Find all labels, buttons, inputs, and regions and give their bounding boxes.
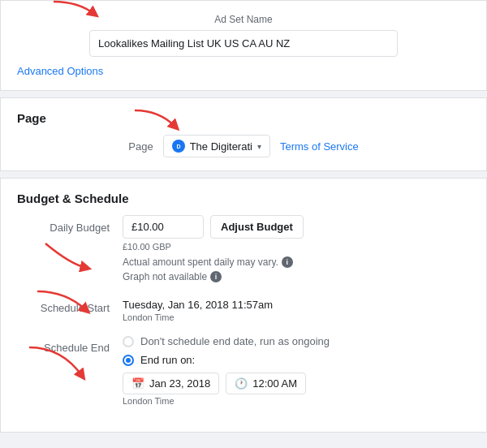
schedule-start-value: Tuesday, Jan 16, 2018 11:57am xyxy=(123,295,470,311)
radio-no-end-label: Don't schedule end date, run as ongoing xyxy=(140,335,330,347)
calendar-icon: 📅 xyxy=(131,377,144,390)
ad-set-name-section: Ad Set Name Advanced Options xyxy=(0,0,487,91)
page-name-label: The Digiterati xyxy=(190,140,252,153)
radio-end-run-icon xyxy=(123,355,134,366)
graph-not-available-note: Graph not available i xyxy=(123,271,470,282)
schedule-end-row: Schedule End Don't schedule end date, ru… xyxy=(17,335,470,406)
ad-set-name-input[interactable] xyxy=(89,30,398,57)
graph-info-icon[interactable]: i xyxy=(210,271,222,282)
end-time-value: 12:00 AM xyxy=(252,377,297,390)
actual-amount-info-icon[interactable]: i xyxy=(282,256,293,268)
terms-of-service-link[interactable]: Terms of Service xyxy=(280,140,359,153)
actual-amount-note: Actual amount spent daily may vary. i xyxy=(123,256,470,268)
page-row: Page D The Digiterati ▾ Terms of Service xyxy=(17,135,470,157)
arrow-daily-budget xyxy=(41,239,98,272)
arrow-page xyxy=(131,106,187,139)
daily-budget-content: Adjust Budget £10.00 GBP Actual amount s… xyxy=(123,215,470,282)
end-time-input[interactable]: 🕐 12:00 AM xyxy=(226,373,306,394)
radio-no-end-date[interactable]: Don't schedule end date, run as ongoing xyxy=(123,335,470,347)
budget-input-field[interactable] xyxy=(123,215,204,239)
budget-sub-label: £10.00 GBP xyxy=(123,242,470,252)
arrow-schedule-start xyxy=(33,287,98,320)
svg-text:D: D xyxy=(176,144,180,149)
end-date-value: Jan 23, 2018 xyxy=(149,377,210,390)
daily-budget-label: Daily Budget xyxy=(17,215,123,234)
schedule-start-sub: London Time xyxy=(123,312,470,322)
page-field-label: Page xyxy=(128,140,153,153)
end-date-input[interactable]: 📅 Jan 23, 2018 xyxy=(123,373,219,394)
page-logo-icon: D xyxy=(172,140,185,153)
end-run-inputs: 📅 Jan 23, 2018 🕐 12:00 AM xyxy=(123,373,470,394)
schedule-start-row: Schedule Start Tuesday, Jan 16, 2018 11:… xyxy=(17,295,470,322)
chevron-down-icon: ▾ xyxy=(257,142,261,151)
page-section: Page Page D The Digiterati ▾ Terms of Se… xyxy=(0,97,487,171)
budget-input-row: Adjust Budget xyxy=(123,215,470,239)
schedule-end-sub: London Time xyxy=(123,396,470,406)
daily-budget-row: Daily Budget Adjust Budget £10.00 GBP Ac… xyxy=(17,215,470,282)
radio-end-run-on[interactable]: End run on: xyxy=(123,354,470,366)
arrow-schedule-end xyxy=(25,343,98,384)
advanced-options-link[interactable]: Advanced Options xyxy=(17,65,103,77)
schedule-end-content: Don't schedule end date, run as ongoing … xyxy=(123,335,470,406)
radio-end-run-label: End run on: xyxy=(140,354,195,366)
adjust-budget-button[interactable]: Adjust Budget xyxy=(210,215,304,239)
budget-schedule-title: Budget & Schedule xyxy=(17,192,470,205)
radio-no-end-icon xyxy=(123,336,134,347)
schedule-start-content: Tuesday, Jan 16, 2018 11:57am London Tim… xyxy=(123,295,470,322)
clock-icon: 🕐 xyxy=(235,377,248,390)
page-section-title: Page xyxy=(17,111,470,125)
arrow-ad-set-name xyxy=(50,0,106,27)
budget-schedule-section: Budget & Schedule Daily Budget Adjust Bu… xyxy=(0,178,487,433)
